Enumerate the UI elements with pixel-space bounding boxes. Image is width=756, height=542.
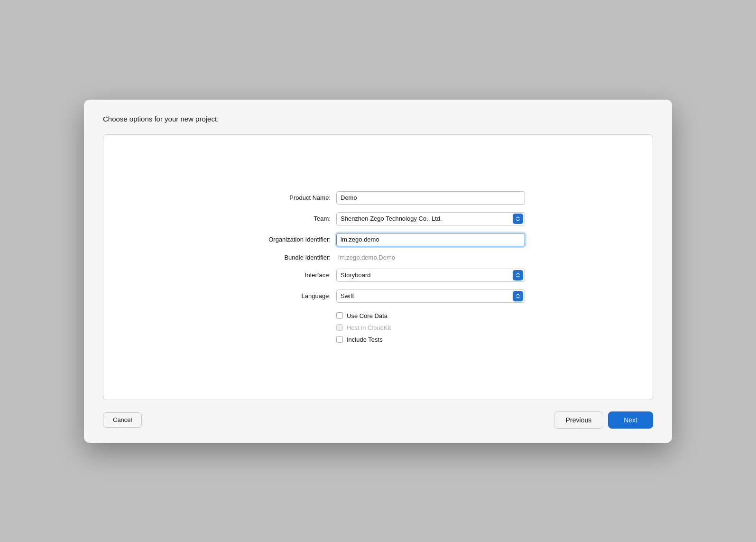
team-select[interactable]: Shenzhen Zego Technology Co., Ltd. <box>336 212 525 225</box>
host-in-cloudkit-row: Host in CloudKit <box>336 324 525 331</box>
dialog-title: Choose options for your new project: <box>103 115 653 123</box>
bundle-id-value: im.zego.demo.Demo <box>336 254 525 261</box>
bundle-id-row: Bundle Identifier: im.zego.demo.Demo <box>231 254 525 261</box>
language-row: Language: Swift <box>231 290 525 303</box>
org-id-input[interactable] <box>336 233 525 246</box>
interface-label: Interface: <box>231 271 331 279</box>
content-area: Product Name: Team: Shenzhen Zego Techno… <box>103 134 653 400</box>
bundle-id-label: Bundle Identifier: <box>231 254 331 261</box>
language-select[interactable]: Swift <box>336 290 525 303</box>
team-row: Team: Shenzhen Zego Technology Co., Ltd. <box>231 212 525 225</box>
product-name-label: Product Name: <box>231 194 331 201</box>
checkbox-group: Use Core Data Host in CloudKit Include T… <box>336 312 525 343</box>
interface-select-wrapper: Storyboard <box>336 269 525 282</box>
next-button[interactable]: Next <box>608 411 653 429</box>
interface-select[interactable]: Storyboard <box>336 269 525 282</box>
host-in-cloudkit-checkbox[interactable] <box>336 324 343 331</box>
use-core-data-label: Use Core Data <box>347 312 387 319</box>
org-id-label: Organization Identifier: <box>231 236 331 243</box>
org-id-row: Organization Identifier: <box>231 233 525 246</box>
dialog-window: Choose options for your new project: Pro… <box>84 100 672 443</box>
use-core-data-row: Use Core Data <box>336 312 525 319</box>
language-select-wrapper: Swift <box>336 290 525 303</box>
team-select-wrapper: Shenzhen Zego Technology Co., Ltd. <box>336 212 525 225</box>
team-label: Team: <box>231 215 331 222</box>
language-label: Language: <box>231 292 331 299</box>
bottom-bar: Cancel Previous Next <box>103 411 653 429</box>
form-container: Product Name: Team: Shenzhen Zego Techno… <box>231 191 525 343</box>
navigation-buttons: Previous Next <box>554 411 653 429</box>
include-tests-label: Include Tests <box>347 336 383 343</box>
product-name-input[interactable] <box>336 191 525 205</box>
interface-row: Interface: Storyboard <box>231 269 525 282</box>
include-tests-checkbox[interactable] <box>336 336 343 343</box>
cancel-button[interactable]: Cancel <box>103 412 142 428</box>
host-in-cloudkit-label: Host in CloudKit <box>347 324 391 331</box>
include-tests-row: Include Tests <box>336 336 525 343</box>
product-name-row: Product Name: <box>231 191 525 205</box>
previous-button[interactable]: Previous <box>554 411 603 429</box>
use-core-data-checkbox[interactable] <box>336 312 343 319</box>
